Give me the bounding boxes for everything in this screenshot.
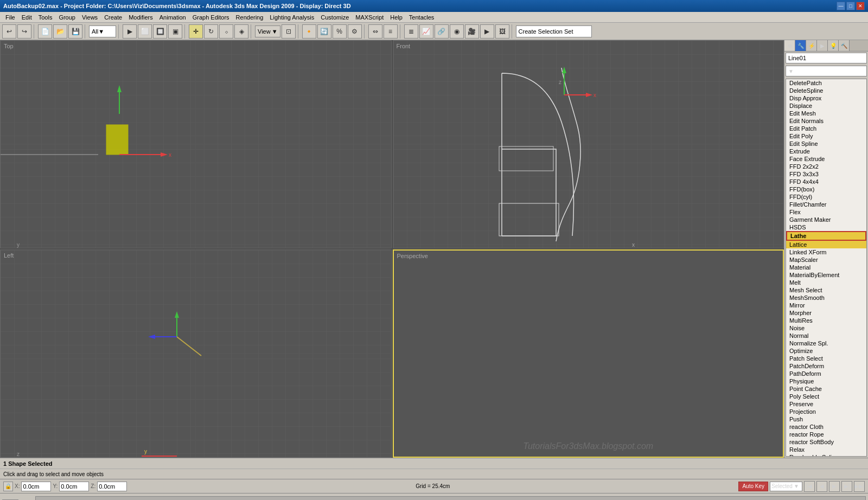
modifier-item[interactable]: Point Cache bbox=[786, 385, 866, 393]
schematic-view[interactable]: 🔗 bbox=[435, 24, 449, 39]
modifier-item[interactable]: Preserve bbox=[786, 400, 866, 408]
modifier-item[interactable]: FFD 4x4x4 bbox=[786, 178, 866, 185]
modifier-item[interactable]: PathDeform bbox=[786, 370, 866, 377]
viewport-perspective[interactable]: Perspective bbox=[393, 249, 784, 458]
menu-lighting-analysis[interactable]: Lighting Analysis bbox=[266, 12, 317, 22]
modifier-item[interactable]: FFD(cyl) bbox=[786, 193, 866, 201]
modifier-item[interactable]: Projection bbox=[786, 408, 866, 415]
ref-coord-dropdown[interactable]: View ▼ bbox=[255, 25, 280, 37]
viewport-front[interactable]: Front bbox=[393, 40, 784, 248]
play-button[interactable]: ▶ bbox=[829, 481, 840, 492]
modifier-item[interactable]: Edit Patch bbox=[786, 125, 866, 132]
menu-graph-editors[interactable]: Graph Editors bbox=[189, 12, 233, 22]
mirror-tool[interactable]: ⇔ bbox=[368, 24, 382, 39]
viewport-left[interactable]: Left y bbox=[0, 249, 392, 458]
percent-snap[interactable]: % bbox=[333, 24, 347, 39]
z-coord-input[interactable] bbox=[97, 482, 127, 491]
modifier-item[interactable]: Physique bbox=[786, 377, 866, 385]
go-start-button[interactable]: |◀ bbox=[804, 481, 815, 492]
modifier-item[interactable]: Displace bbox=[786, 102, 866, 110]
modifier-item[interactable]: Mesh Select bbox=[786, 286, 866, 294]
select-tool[interactable]: ▶ bbox=[123, 24, 137, 39]
select-squash[interactable]: ◈ bbox=[234, 24, 248, 39]
select-rotate[interactable]: ↻ bbox=[204, 24, 218, 39]
select-region[interactable]: ⬜ bbox=[138, 24, 152, 39]
open-button[interactable]: 📂 bbox=[53, 24, 67, 39]
modifier-item[interactable]: HSDS bbox=[786, 223, 866, 231]
menu-views[interactable]: Views bbox=[79, 12, 101, 22]
modifier-item[interactable]: Morpher bbox=[786, 309, 866, 317]
modifier-item[interactable]: Extrude bbox=[786, 148, 866, 155]
modifier-item[interactable]: Edit Normals bbox=[786, 117, 866, 125]
modifier-item[interactable]: MeshSmooth bbox=[786, 294, 866, 302]
modifier-item[interactable]: Normalize Spl. bbox=[786, 339, 866, 347]
modifier-item[interactable]: Renderable Spline bbox=[786, 453, 866, 457]
modifier-item[interactable]: FFD(box) bbox=[786, 185, 866, 193]
panel-tab-motion[interactable]: ▶ bbox=[817, 40, 828, 51]
modifier-item[interactable]: Edit Mesh bbox=[786, 110, 866, 117]
save-button[interactable]: 💾 bbox=[68, 24, 82, 39]
modifier-item[interactable]: DeleteSpline bbox=[786, 87, 866, 94]
modifier-item[interactable]: Garment Maker bbox=[786, 216, 866, 223]
modifier-item[interactable]: FFD 3x3x3 bbox=[786, 170, 866, 178]
modifier-item[interactable]: MapScaler bbox=[786, 256, 866, 264]
menu-create[interactable]: Create bbox=[101, 12, 125, 22]
menu-file[interactable]: File bbox=[2, 12, 18, 22]
modifier-item[interactable]: Melt bbox=[786, 279, 866, 286]
material-editor[interactable]: ◉ bbox=[450, 24, 464, 39]
timeline-track[interactable]: 0 10 20 30 40 50 60 70 80 85 90 95 100 bbox=[35, 496, 866, 501]
modifier-list[interactable]: DeletePatchDeleteSplineDisp ApproxDispla… bbox=[786, 79, 867, 457]
menu-edit[interactable]: Edit bbox=[18, 12, 35, 22]
select-scale[interactable]: ⬦ bbox=[219, 24, 233, 39]
window-crossing[interactable]: ▣ bbox=[168, 24, 182, 39]
render-setup[interactable]: 🎥 bbox=[465, 24, 479, 39]
object-name-input[interactable] bbox=[786, 53, 867, 63]
maximize-button[interactable]: □ bbox=[846, 2, 855, 10]
spinner-snap[interactable]: ⚙ bbox=[348, 24, 362, 39]
modifier-item[interactable]: MultiRes bbox=[786, 317, 866, 324]
prev-frame-button[interactable]: ◀ bbox=[816, 481, 827, 492]
modifier-item[interactable]: Optimize bbox=[786, 347, 866, 355]
modifier-item[interactable]: DeletePatch bbox=[786, 79, 866, 87]
modifier-item[interactable]: Normal bbox=[786, 332, 866, 339]
selection-filter-dropdown[interactable]: All ▼ bbox=[89, 25, 116, 37]
panel-tab-display[interactable]: 💡 bbox=[828, 40, 839, 51]
lock-button[interactable]: 🔒 bbox=[3, 482, 13, 491]
selected-mode-dropdown[interactable]: Selected ▼ bbox=[770, 482, 802, 491]
align-tool[interactable]: ≡ bbox=[384, 24, 398, 39]
modifier-item[interactable]: Face Extrude bbox=[786, 155, 866, 163]
panel-tab-create[interactable]: ⊕ bbox=[784, 40, 795, 51]
menu-rendering[interactable]: Rendering bbox=[233, 12, 267, 22]
modifier-stack-dropdown[interactable]: ▼ bbox=[786, 66, 867, 76]
viewport-top[interactable]: Top bbox=[0, 40, 392, 248]
menu-modifiers[interactable]: Modifiers bbox=[125, 12, 156, 22]
auto-key-button[interactable]: Auto Key bbox=[738, 482, 768, 491]
modifier-item[interactable]: Patch Select bbox=[786, 355, 866, 362]
modifier-item[interactable]: MaterialByElement bbox=[786, 271, 866, 279]
modifier-item[interactable]: FFD 2x2x2 bbox=[786, 163, 866, 170]
modifier-item[interactable]: reactor SoftBody bbox=[786, 438, 866, 446]
menu-tentacles[interactable]: Tentacles bbox=[406, 12, 437, 22]
undo-button[interactable]: ↩ bbox=[2, 24, 16, 39]
quick-render[interactable]: ▶ bbox=[480, 24, 494, 39]
modifier-item[interactable]: reactor Rope bbox=[786, 431, 866, 438]
modifier-item[interactable]: Material bbox=[786, 264, 866, 271]
modifier-item[interactable]: Edit Poly bbox=[786, 132, 866, 140]
redo-button[interactable]: ↪ bbox=[17, 24, 31, 39]
modifier-item[interactable]: Lathe bbox=[786, 231, 866, 241]
new-button[interactable]: 📄 bbox=[38, 24, 52, 39]
use-pivot[interactable]: ⊡ bbox=[282, 24, 296, 39]
next-frame-button[interactable]: ▶| bbox=[841, 481, 852, 492]
curve-editor[interactable]: 📈 bbox=[419, 24, 433, 39]
menu-animation[interactable]: Animation bbox=[156, 12, 189, 22]
menu-tools[interactable]: Tools bbox=[35, 12, 56, 22]
modifier-item[interactable]: Linked XForm bbox=[786, 248, 866, 256]
modifier-item[interactable]: Flex bbox=[786, 208, 866, 216]
modifier-item[interactable]: reactor Cloth bbox=[786, 423, 866, 431]
create-selection-set[interactable]: Create Selection Set bbox=[516, 25, 592, 37]
modifier-item[interactable]: Fillet/Chamfer bbox=[786, 201, 866, 208]
modifier-item[interactable]: Mirror bbox=[786, 302, 866, 309]
go-end-button[interactable]: ▶▶| bbox=[854, 481, 865, 492]
select-move[interactable]: ✛ bbox=[189, 24, 203, 39]
modifier-item[interactable]: Relax bbox=[786, 446, 866, 453]
